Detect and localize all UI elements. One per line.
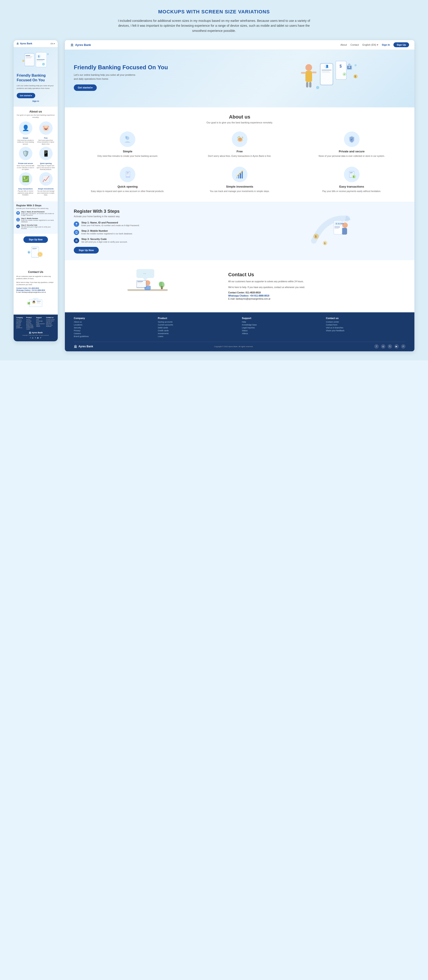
svg-rect-49	[322, 70, 332, 70]
footer-item-contact-form[interactable]: Contact form	[326, 324, 406, 326]
mobile-hero-illustration: $ ✓	[17, 51, 54, 71]
desktop-feature-title-quick: Quick opening	[76, 185, 179, 188]
register-step-2: Step 2: Mobile Number Enter the mobile n…	[74, 229, 251, 235]
mobile-step-2-text: Step 2: Mobile Number Enter the mobile n…	[21, 218, 55, 223]
svg-rect-44	[309, 82, 311, 88]
footer-item-legal[interactable]: Legal inquiries	[242, 326, 321, 329]
svg-text:$: $	[315, 235, 317, 238]
svg-rect-42	[312, 72, 316, 73]
footer-item-privacy[interactable]: Privacy	[74, 329, 153, 332]
desktop-feature-icon-private: ✓	[344, 131, 359, 147]
svg-text:$: $	[39, 253, 41, 256]
footer-item-brand[interactable]: Brand guidelines	[74, 335, 153, 337]
facebook-icon[interactable]: f	[30, 337, 30, 339]
svg-rect-2	[26, 55, 30, 56]
desktop-hero-title: Friendly Banking Focused On You	[74, 64, 236, 71]
svg-point-115	[159, 282, 162, 286]
register-illustration: $ 16,589 $ $	[258, 212, 406, 251]
svg-rect-10	[37, 60, 43, 61]
page-description: I included considerations for additional…	[114, 18, 314, 33]
nav-about-link[interactable]: About	[340, 43, 347, 46]
desktop-footer-columns: Company About us Locations Security Priv…	[74, 317, 406, 338]
mobile-mockup: 🏦 Ayres Bank EN ▾	[13, 40, 58, 342]
mobile-step-1-desc: Enter your Full Name, ID number and crea…	[21, 213, 55, 216]
footer-item-credit[interactable]: Credit cards	[158, 329, 237, 332]
bank-icon: 🏦	[16, 42, 19, 45]
mobile-footer-col-support-title: Support	[36, 317, 45, 318]
footer-item-debit[interactable]: Debit cards	[158, 326, 237, 329]
footer-item-videos[interactable]: Videos	[242, 332, 321, 335]
footer-item-locations[interactable]: Locations	[74, 324, 153, 326]
pinterest-icon[interactable]: 𝑃	[40, 337, 41, 339]
footer-item-about[interactable]: About us	[74, 321, 153, 323]
footer-instagram-icon[interactable]: ◎	[381, 344, 385, 348]
svg-rect-73	[127, 174, 129, 175]
contact-illustration: ···	[74, 267, 222, 305]
nav-contact-link[interactable]: Contact	[350, 43, 359, 46]
mobile-feature-text-quick: Easy steps to request and open a new acc…	[37, 165, 55, 170]
mobile-feature-title-transactions: Easy transactions	[16, 188, 35, 190]
desktop-register-signup-button[interactable]: Sign Up Now	[74, 247, 99, 253]
mobile-footer-item: Videos	[36, 326, 45, 327]
desktop-footer-logo: 🏦 Ayres Bank	[74, 345, 93, 348]
footer-facebook-icon[interactable]: f	[374, 344, 379, 348]
desktop-signup-button[interactable]: Sign Up	[393, 42, 409, 47]
mobile-step-2: Step 2: Mobile Number Enter the mobile n…	[16, 218, 55, 223]
footer-item-contact-center[interactable]: Contact center	[326, 321, 406, 323]
mobile-contact-illustration: 👩 ··· 🌿	[16, 295, 55, 310]
desktop-footer-bottom: 🏦 Ayres Bank Copyright © 2021 Ayres Bank…	[74, 342, 406, 348]
footer-item-help[interactable]: Help	[242, 321, 321, 323]
twitter-icon[interactable]: 𝕏	[35, 337, 36, 339]
footer-item-investments[interactable]: Investments	[158, 332, 237, 335]
desktop-feature-investments: Simple investments You can track and man…	[186, 164, 294, 195]
svg-text:✓: ✓	[350, 138, 353, 141]
mobile-step-3-icon	[16, 224, 20, 228]
mobile-footer-item: Saving accounts	[26, 319, 35, 322]
mobile-feature-icon-private: 🛡️	[19, 147, 32, 160]
footer-item-security[interactable]: Security	[74, 326, 153, 329]
mobile-feature-transactions: 💹 Easy transactions Pay your bills or re…	[16, 172, 35, 196]
mobile-logo: 🏦 Ayres Bank	[16, 42, 32, 45]
footer-item-knowledge[interactable]: Knowledge base	[242, 324, 321, 326]
mobile-signup-button[interactable]: Sign Up Now	[23, 236, 48, 243]
desktop-get-started-button[interactable]: Get started ▸	[74, 84, 97, 91]
instagram-icon[interactable]: ◎	[32, 337, 34, 339]
footer-item-feedback[interactable]: Share your feedback	[326, 329, 406, 332]
desktop-feature-text-simple: Only need few minutes to create your hom…	[76, 154, 179, 158]
footer-pinterest-icon[interactable]: 𝑃	[401, 344, 406, 348]
svg-point-13	[22, 60, 24, 62]
footer-item-careers[interactable]: Careers	[74, 332, 153, 335]
mockup-row: 🏦 Ayres Bank EN ▾	[13, 40, 415, 352]
svg-rect-18	[18, 226, 19, 227]
contact-title: Contact Us	[228, 272, 406, 278]
footer-twitter-icon[interactable]: 𝕏	[388, 344, 392, 348]
mobile-step-2-desc: Enter the mobile number registered in ou…	[21, 220, 55, 223]
desktop-signin-button[interactable]: Sign In	[382, 43, 390, 46]
footer-item-current[interactable]: Current accounts	[158, 324, 237, 326]
mobile-features-grid: 👤 Simple Only need few minutes to create…	[16, 121, 55, 196]
desktop-feature-title-private: Private and secure	[300, 150, 403, 153]
register-steps: Step 1: Name, ID and Password Enter your…	[74, 221, 251, 243]
svg-text:$: $	[28, 251, 29, 253]
desktop-feature-simple: Simple Only need few minutes to create y…	[74, 129, 182, 160]
footer-item-loans[interactable]: Loans	[158, 335, 237, 337]
footer-youtube-icon[interactable]: ▶	[394, 344, 399, 348]
mobile-get-started-button[interactable]: Get started ▸	[17, 93, 35, 98]
mobile-footer-item: Contact center	[46, 319, 55, 320]
register-step-1: Step 1: Name, ID and Password Enter your…	[74, 221, 251, 227]
desktop-nav: 🏦 Ayres Bank About Contact English (EN) …	[65, 40, 414, 50]
mobile-sign-in-link[interactable]: Sign In	[17, 100, 54, 102]
nav-language-selector[interactable]: English (EN) ▾	[363, 43, 378, 46]
mobile-lang-selector[interactable]: EN ▾	[51, 43, 55, 45]
svg-rect-82	[350, 173, 352, 174]
youtube-icon[interactable]: ▶	[37, 337, 39, 339]
mobile-step-3-text: Step 3: Security Code We will send you 4…	[21, 224, 55, 229]
footer-item-saving[interactable]: Saving accounts	[158, 321, 237, 323]
footer-item-branches[interactable]: Visit us in branches	[326, 326, 406, 329]
mobile-step-1: Step 1: Name, ID and Password Enter your…	[16, 211, 55, 216]
page-wrapper: MOCKUPS WITH SCREEN SIZE VARIATIONS I in…	[0, 0, 428, 360]
mobile-signup-illustration: $ $	[16, 245, 55, 263]
contact-desc2: We're here to help. If you have any ques…	[228, 286, 406, 289]
register-step-1-title: Step 1: Name, ID and Password	[81, 221, 139, 224]
footer-item-status[interactable]: Status	[242, 329, 321, 332]
